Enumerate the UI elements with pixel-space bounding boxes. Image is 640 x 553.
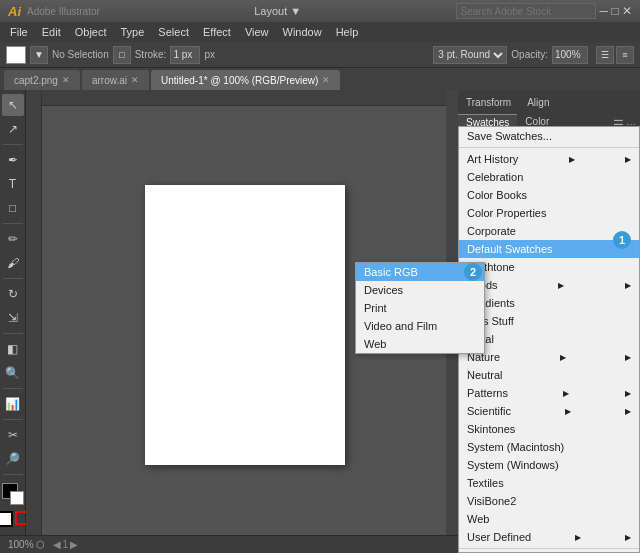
brush-tool[interactable]: 🖌: [2, 252, 24, 274]
submenu-web[interactable]: Web: [356, 335, 484, 353]
scale-tool[interactable]: ⇲: [2, 307, 24, 329]
menu-kids-stuff[interactable]: Kids Stuff: [459, 312, 639, 330]
zoom-arrows[interactable]: ⬡: [36, 539, 45, 550]
menu-default-swatches[interactable]: Default Swatches 1: [459, 240, 639, 258]
menu-type[interactable]: Type: [115, 24, 151, 40]
nav-controls[interactable]: ◀ 1 ▶: [53, 539, 79, 550]
text-tool[interactable]: T: [2, 173, 24, 195]
color-swatches[interactable]: [2, 483, 24, 505]
window-title[interactable]: Layout ▼: [254, 5, 301, 17]
stroke-label: Stroke:: [135, 49, 167, 60]
selection-tool[interactable]: ↖: [2, 94, 24, 116]
fill-stroke-mode: [0, 511, 29, 527]
selection-indicator[interactable]: ▼: [30, 46, 48, 64]
background-color[interactable]: [10, 491, 24, 505]
vertical-ruler: [26, 90, 42, 541]
menu-skintones[interactable]: Skintones: [459, 420, 639, 438]
toolbar-divider-5: [3, 388, 23, 389]
menu-scientific[interactable]: Scientific ▶: [459, 402, 639, 420]
fill-mode[interactable]: [0, 511, 13, 527]
menu-color-books[interactable]: Color Books: [459, 186, 639, 204]
menu-corporate[interactable]: Corporate: [459, 222, 639, 240]
no-selection-label: No Selection: [52, 49, 109, 60]
zoom-area[interactable]: 100% ⬡: [8, 539, 45, 550]
menu-earthtone[interactable]: Earthtone: [459, 258, 639, 276]
submenu-print[interactable]: Print: [356, 299, 484, 317]
tab-untitled-close[interactable]: ✕: [322, 75, 330, 85]
menu-foods[interactable]: Foods ▶: [459, 276, 639, 294]
menu-system-mac[interactable]: System (Macintosh): [459, 438, 639, 456]
panel-toggle-1[interactable]: ☰: [596, 46, 614, 64]
shape-tool[interactable]: □: [2, 197, 24, 219]
opacity-input[interactable]: [552, 46, 588, 64]
toolbar-divider-6: [3, 419, 23, 420]
title-bar: Ai Adobe Illustrator Layout ▼ ─ □ ✕: [0, 0, 640, 22]
search-input[interactable]: [456, 3, 596, 19]
menu-view[interactable]: View: [239, 24, 275, 40]
stroke-value[interactable]: [170, 46, 200, 64]
window-controls[interactable]: ─ □ ✕: [600, 4, 632, 18]
artboard: [145, 185, 345, 465]
zoom-tool[interactable]: 🔎: [2, 448, 24, 470]
tab-capt2-close[interactable]: ✕: [62, 75, 70, 85]
options-bar: ▼ No Selection □ Stroke: px 3 pt. Round …: [0, 42, 640, 68]
fill-swatch[interactable]: [6, 46, 26, 64]
toolbar-divider-3: [3, 278, 23, 279]
menu-nature[interactable]: Nature ▶: [459, 348, 639, 366]
menu-divider-1: [459, 147, 639, 148]
menu-edit[interactable]: Edit: [36, 24, 67, 40]
menu-visibone2[interactable]: VisiBone2: [459, 492, 639, 510]
tab-arrow-close[interactable]: ✕: [131, 75, 139, 85]
gradient-tool[interactable]: ◧: [2, 338, 24, 360]
tab-capt2-label: capt2.png: [14, 75, 58, 86]
menu-art-history[interactable]: Art History ▶: [459, 150, 639, 168]
context-menu: Save Swatches... Art History ▶ Celebrati…: [458, 126, 640, 553]
tab-arrow[interactable]: arrow.ai ✕: [82, 70, 149, 90]
submenu-video-film[interactable]: Video and Film: [356, 317, 484, 335]
toolbar-divider-1: [3, 144, 23, 145]
nav-prev[interactable]: ◀: [53, 539, 61, 550]
menu-metal[interactable]: Metal: [459, 330, 639, 348]
menu-patterns[interactable]: Patterns ▶: [459, 384, 639, 402]
main-area: ↖ ↗ ✒ T □ ✏ 🖌 ↻ ⇲ ◧ 🔍 📊 ✂ 🔎: [0, 90, 640, 553]
menu-save-swatches[interactable]: Save Swatches...: [459, 127, 639, 145]
menu-color-properties[interactable]: Color Properties: [459, 204, 639, 222]
app-name: Adobe Illustrator: [27, 6, 100, 17]
stroke-color[interactable]: □: [113, 46, 131, 64]
menu-select[interactable]: Select: [152, 24, 195, 40]
menu-help[interactable]: Help: [330, 24, 365, 40]
panel-tab-transform[interactable]: Transform: [458, 90, 519, 114]
eyedropper-tool[interactable]: 🔍: [2, 362, 24, 384]
chart-tool[interactable]: 📊: [2, 393, 24, 415]
document-tabs: capt2.png ✕ arrow.ai ✕ Untitled-1* @ 100…: [0, 68, 640, 90]
menu-divider-2: [459, 548, 639, 549]
panel-toggle-2[interactable]: ≡: [616, 46, 634, 64]
menu-web[interactable]: Web: [459, 510, 639, 528]
menu-window[interactable]: Window: [277, 24, 328, 40]
submenu-basic-rgb[interactable]: Basic RGB 2: [356, 263, 484, 281]
menu-system-win[interactable]: System (Windows): [459, 456, 639, 474]
panel-tab-align[interactable]: Align: [519, 90, 557, 114]
nav-next[interactable]: ▶: [70, 539, 78, 550]
direct-select-tool[interactable]: ↗: [2, 118, 24, 140]
menu-gradients[interactable]: Gradients: [459, 294, 639, 312]
zoom-level: 100%: [8, 539, 34, 550]
pencil-tool[interactable]: ✏: [2, 228, 24, 250]
menu-celebration[interactable]: Celebration: [459, 168, 639, 186]
slice-tool[interactable]: ✂: [2, 424, 24, 446]
submenu-devices[interactable]: Devices: [356, 281, 484, 299]
menu-effect[interactable]: Effect: [197, 24, 237, 40]
brush-style-select[interactable]: 3 pt. Round: [433, 46, 507, 64]
menu-object[interactable]: Object: [69, 24, 113, 40]
menu-neutral[interactable]: Neutral: [459, 366, 639, 384]
tab-untitled[interactable]: Untitled-1* @ 100% (RGB/Preview) ✕: [151, 70, 340, 90]
menu-file[interactable]: File: [4, 24, 34, 40]
right-panel: Transform Align Swatches Color ☰ ⋯ Save …: [458, 90, 640, 553]
tab-capt2[interactable]: capt2.png ✕: [4, 70, 80, 90]
stroke-unit: px: [204, 49, 215, 60]
menu-user-defined[interactable]: User Defined ▶: [459, 528, 639, 546]
pen-tool[interactable]: ✒: [2, 149, 24, 171]
left-toolbar: ↖ ↗ ✒ T □ ✏ 🖌 ↻ ⇲ ◧ 🔍 📊 ✂ 🔎: [0, 90, 26, 553]
rotate-tool[interactable]: ↻: [2, 283, 24, 305]
menu-textiles[interactable]: Textiles: [459, 474, 639, 492]
